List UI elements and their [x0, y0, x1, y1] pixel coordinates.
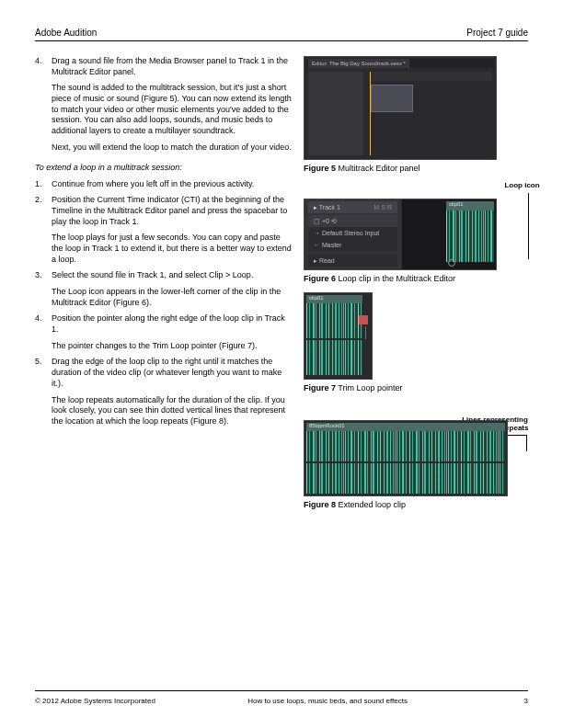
- track-header-panel: ▸ Track 1 M S R ▢ +0 ⟲ → Default Stereo …: [304, 199, 401, 269]
- loop-icon: [448, 259, 455, 267]
- figure-5-image: Editor: The Big Day Soundtrack.sesx *: [304, 56, 497, 160]
- figure-7-caption: Figure 7 Trim Loop pointer: [304, 383, 529, 392]
- repeat-line: [373, 431, 373, 494]
- clip-title: 85bpmRock01: [306, 423, 505, 431]
- waveform-top: [306, 303, 362, 338]
- page-header: Adobe Audition Project 7 guide: [35, 28, 528, 41]
- figure-label: Figure 6: [304, 274, 336, 283]
- step-item: 2. Position the Current Time Indicator (…: [35, 195, 293, 265]
- footer-title: How to use loops, music beds, and sound …: [247, 697, 431, 706]
- step-text: Continue from where you left off in the …: [52, 179, 254, 188]
- step-num: 5.: [35, 357, 42, 368]
- leader-line: [528, 193, 529, 259]
- trim-loop-pointer-icon: [359, 315, 368, 324]
- leader-line: [526, 435, 527, 451]
- step-text: Drag a sound file from the Media Browser…: [52, 56, 288, 76]
- footer-copyright: © 2012 Adobe Systems Incorporated: [35, 697, 155, 706]
- video-clip-thumb: [371, 85, 413, 112]
- cti-line: [370, 72, 371, 155]
- step-para: The Loop icon appears in the lower-left …: [52, 287, 293, 308]
- step-num: 4.: [35, 56, 42, 67]
- extend-loop-steps: 1. Continue from where you left off in t…: [35, 179, 293, 427]
- clip-title: clip01: [306, 295, 362, 303]
- waveform-bottom: [446, 236, 494, 262]
- figure-label: Figure 7: [304, 383, 336, 392]
- figure-label: Figure 8: [304, 500, 336, 509]
- step-text: Position the pointer along the right edg…: [52, 313, 285, 334]
- header-left: Adobe Audition: [35, 28, 97, 38]
- figure-8-caption: Figure 8 Extended loop clip: [304, 500, 529, 509]
- step-para: The sound is added to the multitrack ses…: [52, 83, 293, 136]
- step-item: 5. Drag the edge of the loop clip to the…: [35, 357, 293, 427]
- waveform-bottom: [306, 463, 505, 494]
- header-right: Project 7 guide: [466, 28, 528, 38]
- repeat-line: [439, 431, 440, 494]
- figure-8-image: 85bpmRock01: [304, 420, 508, 496]
- figure-7-image: clip01: [304, 292, 373, 380]
- loop-icon-annotation: Loop icon: [497, 182, 547, 190]
- left-column: 4. Drag a sound file from the Media Brow…: [35, 56, 293, 509]
- session-tab: Editor: The Big Day Soundtrack.sesx *: [308, 59, 409, 68]
- trim-loop-pointer-stem: [365, 326, 366, 339]
- step-4-list: 4. Drag a sound file from the Media Brow…: [35, 56, 293, 154]
- track-headers: [308, 72, 363, 155]
- figure-label: Figure 5: [304, 164, 336, 173]
- waveform-top: [306, 431, 505, 461]
- step-num: 2.: [35, 195, 42, 206]
- step-num: 4.: [35, 313, 42, 324]
- figure-6-caption: Figure 6 Loop clip in the Multitrack Edi…: [304, 274, 529, 283]
- figure-6-image: ▸ Track 1 M S R ▢ +0 ⟲ → Default Stereo …: [304, 199, 497, 270]
- footer-page-number: 3: [524, 697, 528, 706]
- editor-tab-bar: Editor: The Big Day Soundtrack.sesx *: [306, 59, 494, 68]
- waveform-top: [446, 210, 494, 236]
- step-num: 3.: [35, 270, 42, 281]
- step-num: 1.: [35, 179, 42, 190]
- section-lead: To extend a loop in a multitrack session…: [35, 163, 293, 172]
- step-para: The loop repeats automatically for the d…: [52, 395, 293, 427]
- step-item: 4. Position the pointer along the right …: [35, 313, 293, 351]
- figure-5-caption: Figure 5 Multitrack Editor panel: [304, 164, 529, 173]
- step-para: The loop plays for just a few seconds. Y…: [52, 233, 293, 265]
- page-footer: © 2012 Adobe Systems Incorporated How to…: [35, 690, 528, 706]
- step-para: Next, you will extend the loop to match …: [52, 142, 293, 154]
- waveform-bottom: [306, 340, 362, 375]
- step-text: Drag the edge of the loop clip to the ri…: [52, 357, 282, 387]
- step-4: 4. Drag a sound file from the Media Brow…: [35, 56, 293, 154]
- step-text: Select the sound file in Track 1, and se…: [52, 270, 253, 279]
- clip-title: clip01: [446, 201, 494, 210]
- right-column: Editor: The Big Day Soundtrack.sesx * Fi…: [304, 56, 529, 509]
- content: 4. Drag a sound file from the Media Brow…: [35, 56, 528, 509]
- step-text: Position the Current Time Indicator (CTI…: [52, 195, 287, 225]
- step-item: 3. Select the sound file in Track 1, and…: [35, 270, 293, 308]
- step-para: The pointer changes to the Trim Loop poi…: [52, 341, 293, 352]
- timeline-ruler: [369, 72, 492, 81]
- step-item: 1. Continue from where you left off in t…: [35, 179, 293, 190]
